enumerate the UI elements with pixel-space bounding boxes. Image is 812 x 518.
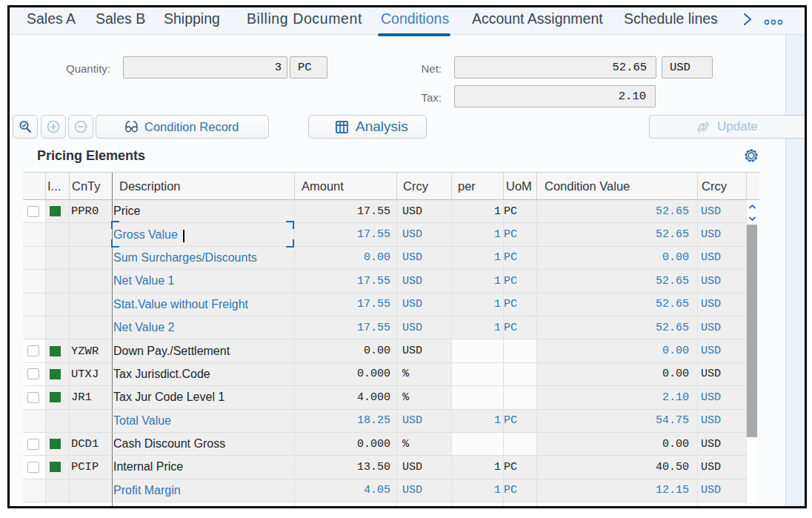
svg-text:$: $: [702, 123, 705, 130]
